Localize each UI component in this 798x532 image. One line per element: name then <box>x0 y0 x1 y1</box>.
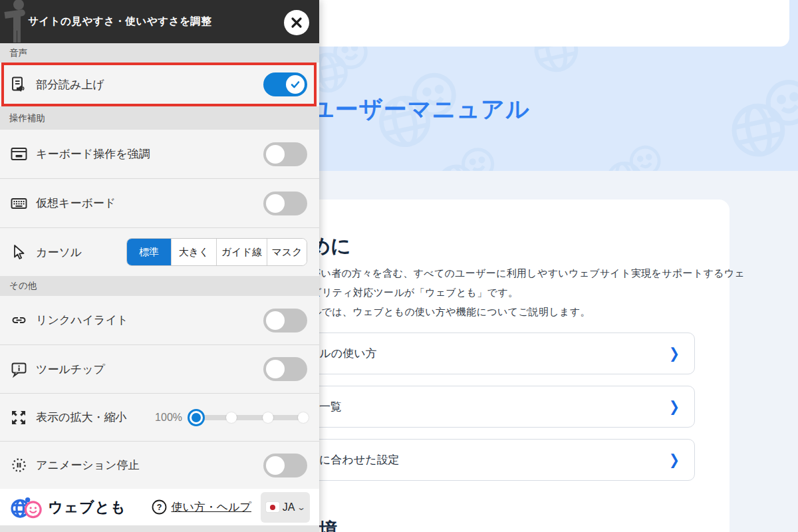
language-selector[interactable]: JA ⌄ <box>261 492 310 523</box>
intro-paragraph-line: 高齢者や障がい者の方々を含む、すべてのユーザーに利用しやすいウェブサイト実現をサ… <box>259 267 745 280</box>
brand-name: ウェブとも <box>48 497 126 517</box>
toggle-knob <box>266 360 285 378</box>
help-link[interactable]: ? 使い方・ヘルプ <box>152 499 251 515</box>
close-icon <box>291 17 303 29</box>
row-virtual-keyboard: 仮想キーボード <box>0 178 319 227</box>
tooltip-icon <box>9 360 28 378</box>
toggle-knob <box>266 456 285 475</box>
question-icon: ? <box>152 499 167 515</box>
keyboard-emphasis-toggle[interactable] <box>263 142 307 166</box>
zoom-slider[interactable] <box>189 406 307 430</box>
row-label: カーソル <box>36 245 82 260</box>
manual-link-feature-list[interactable]: 機能一覧 ❯ <box>280 386 695 428</box>
row-keyboard-emphasis: キーボード操作を強調 <box>0 130 319 178</box>
watermark-logo-icon <box>602 141 665 171</box>
webtomo-logo-icon <box>9 493 44 522</box>
row-link-highlight: リンクハイライト <box>0 296 319 344</box>
chevron-right-icon: ❯ <box>669 344 680 362</box>
accessibility-panel: サイトの見やすさ・使いやすさを調整 音声 部分読み上げ <box>0 0 319 532</box>
virtual-keyboard-toggle[interactable] <box>263 192 307 215</box>
cursor-option-guideline[interactable]: ガイド線 <box>216 239 267 265</box>
panel-header: サイトの見やすさ・使いやすさを調整 <box>0 0 319 43</box>
cursor-icon <box>9 243 28 261</box>
panel-title: サイトの見やすさ・使いやすさを調整 <box>28 0 211 43</box>
help-link-label: 使い方・ヘルプ <box>171 499 251 515</box>
cursor-option-mask[interactable]: マスク <box>267 239 307 265</box>
slider-track[interactable] <box>192 415 306 420</box>
zoom-resize-icon <box>9 408 28 427</box>
link-icon <box>9 311 28 330</box>
row-animation-stop: アニメーション停止 <box>0 441 319 489</box>
virtual-keyboard-icon <box>9 194 28 213</box>
toggle-knob <box>286 75 305 94</box>
manual-link-tool-usage[interactable]: ツールの使い方 ❯ <box>280 332 695 374</box>
tooltip-toggle[interactable] <box>263 357 307 381</box>
row-label: リンクハイライト <box>36 313 128 328</box>
read-aloud-icon <box>9 75 28 94</box>
panel-footer: ウェブとも ? 使い方・ヘルプ JA ⌄ <box>0 489 319 525</box>
row-label: ツールチップ <box>36 362 105 377</box>
webtomo-brand: ウェブとも <box>9 493 126 522</box>
toggle-knob <box>266 311 285 330</box>
cursor-option-large[interactable]: 大きく <box>171 239 216 265</box>
chevron-down-icon: ⌄ <box>297 503 306 512</box>
animation-stop-toggle[interactable] <box>263 454 307 477</box>
link-highlight-toggle[interactable] <box>263 309 307 332</box>
panel-bottom-edge <box>0 525 319 532</box>
row-cursor: カーソル 標準 大きく ガイド線 マスク <box>0 227 319 276</box>
row-label: 部分読み上げ <box>36 77 104 92</box>
slider-stop[interactable] <box>263 412 273 423</box>
row-label: キーボード操作を強調 <box>36 146 150 162</box>
zoom-value: 100% <box>155 412 182 424</box>
cursor-option-group: 標準 大きく ガイド線 マスク <box>126 238 307 266</box>
slider-handle-dot <box>192 413 201 422</box>
toggle-knob <box>266 194 285 213</box>
row-label: アニメーション停止 <box>36 458 139 473</box>
animation-stop-icon <box>9 456 28 475</box>
row-label: 表示の拡大・縮小 <box>36 410 126 425</box>
check-icon <box>290 79 301 90</box>
section-label-assist: 操作補助 <box>0 106 319 130</box>
row-tooltip: ツールチップ <box>0 344 319 393</box>
close-button[interactable] <box>284 10 309 35</box>
row-zoom: 表示の拡大・縮小 100% <box>0 393 319 441</box>
toggle-knob <box>266 145 285 164</box>
row-partial-read-aloud: 部分読み上げ <box>0 63 319 106</box>
screen: ユーザーマニュアル はじめに 高齢者や障がい者の方々を含む、すべてのユーザーに利… <box>0 0 798 532</box>
language-code: JA <box>283 501 295 513</box>
section-label-audio: 音声 <box>0 43 319 63</box>
chevron-right-icon: ❯ <box>669 398 680 415</box>
japan-flag-icon <box>266 502 279 512</box>
section-label-other: その他 <box>0 276 319 296</box>
partial-read-aloud-toggle[interactable] <box>263 72 307 96</box>
slider-handle[interactable] <box>188 409 205 426</box>
row-label: 仮想キーボード <box>36 196 116 211</box>
accessibility-person-icon <box>3 0 27 43</box>
slider-stop[interactable] <box>226 412 237 423</box>
watermark-logo-icon <box>725 73 798 166</box>
chevron-right-icon: ❯ <box>669 451 680 468</box>
manual-link-custom-settings[interactable]: 目的に合わせた設定 ❯ <box>280 439 695 481</box>
cursor-option-standard[interactable]: 標準 <box>127 239 171 265</box>
page-title: ユーザーマニュアル <box>311 94 530 125</box>
keyboard-emphasis-icon <box>9 145 28 164</box>
svg-text:?: ? <box>157 503 162 512</box>
watermark-logo-icon <box>432 143 499 171</box>
slider-stop[interactable] <box>298 412 309 423</box>
